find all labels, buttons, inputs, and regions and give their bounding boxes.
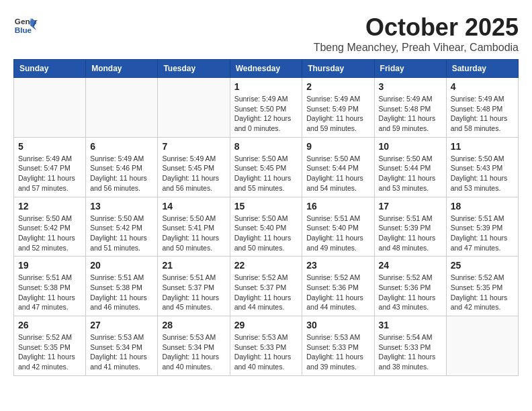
day-number: 6 bbox=[90, 141, 153, 152]
weekday-header-wednesday: Wednesday bbox=[230, 60, 302, 78]
day-number: 1 bbox=[234, 81, 298, 92]
title-section: October 2025 Tbeng Meanchey, Preah Vihea… bbox=[314, 13, 519, 54]
calendar-cell bbox=[158, 78, 230, 138]
calendar-cell: 25Sunrise: 5:52 AM Sunset: 5:35 PM Dayli… bbox=[446, 257, 518, 316]
day-number: 5 bbox=[18, 141, 81, 152]
day-number: 30 bbox=[306, 320, 369, 330]
day-info: Sunrise: 5:54 AM Sunset: 5:33 PM Dayligh… bbox=[379, 332, 442, 372]
day-number: 12 bbox=[18, 201, 81, 212]
calendar-cell: 14Sunrise: 5:50 AM Sunset: 5:41 PM Dayli… bbox=[158, 197, 230, 257]
calendar-cell: 12Sunrise: 5:50 AM Sunset: 5:42 PM Dayli… bbox=[14, 197, 86, 257]
calendar-cell: 21Sunrise: 5:51 AM Sunset: 5:37 PM Dayli… bbox=[158, 257, 230, 316]
day-number: 14 bbox=[162, 201, 225, 212]
calendar-cell: 16Sunrise: 5:51 AM Sunset: 5:40 PM Dayli… bbox=[302, 197, 374, 257]
day-info: Sunrise: 5:50 AM Sunset: 5:45 PM Dayligh… bbox=[234, 154, 298, 193]
calendar-cell: 22Sunrise: 5:52 AM Sunset: 5:37 PM Dayli… bbox=[230, 257, 302, 316]
month-title: October 2025 bbox=[314, 13, 519, 42]
calendar-cell: 18Sunrise: 5:51 AM Sunset: 5:39 PM Dayli… bbox=[446, 197, 518, 257]
day-info: Sunrise: 5:50 AM Sunset: 5:40 PM Dayligh… bbox=[234, 214, 298, 253]
day-number: 26 bbox=[18, 320, 81, 330]
weekday-header-sunday: Sunday bbox=[14, 60, 86, 78]
day-info: Sunrise: 5:52 AM Sunset: 5:35 PM Dayligh… bbox=[451, 273, 514, 312]
calendar-cell: 15Sunrise: 5:50 AM Sunset: 5:40 PM Dayli… bbox=[230, 197, 302, 257]
day-info: Sunrise: 5:49 AM Sunset: 5:49 PM Dayligh… bbox=[306, 94, 369, 134]
svg-text:Blue: Blue bbox=[15, 26, 32, 34]
weekday-header-saturday: Saturday bbox=[446, 60, 518, 78]
day-info: Sunrise: 5:53 AM Sunset: 5:33 PM Dayligh… bbox=[306, 332, 369, 372]
calendar-cell: 24Sunrise: 5:52 AM Sunset: 5:36 PM Dayli… bbox=[374, 257, 446, 316]
day-number: 18 bbox=[451, 201, 514, 212]
day-info: Sunrise: 5:51 AM Sunset: 5:38 PM Dayligh… bbox=[90, 273, 153, 312]
day-number: 2 bbox=[306, 81, 369, 92]
logo-icon: General Blue bbox=[13, 13, 38, 38]
calendar-cell: 7Sunrise: 5:49 AM Sunset: 5:45 PM Daylig… bbox=[158, 137, 230, 197]
calendar-cell bbox=[446, 316, 518, 376]
day-info: Sunrise: 5:49 AM Sunset: 5:48 PM Dayligh… bbox=[451, 94, 514, 134]
calendar-cell bbox=[86, 78, 158, 138]
day-number: 27 bbox=[90, 320, 153, 330]
calendar-cell: 6Sunrise: 5:49 AM Sunset: 5:46 PM Daylig… bbox=[86, 137, 158, 197]
day-number: 28 bbox=[162, 320, 225, 330]
weekday-header-tuesday: Tuesday bbox=[158, 60, 230, 78]
day-number: 10 bbox=[379, 141, 442, 152]
calendar-cell: 26Sunrise: 5:52 AM Sunset: 5:35 PM Dayli… bbox=[14, 316, 86, 376]
calendar-cell: 31Sunrise: 5:54 AM Sunset: 5:33 PM Dayli… bbox=[374, 316, 446, 376]
calendar-cell: 19Sunrise: 5:51 AM Sunset: 5:38 PM Dayli… bbox=[14, 257, 86, 316]
day-info: Sunrise: 5:51 AM Sunset: 5:40 PM Dayligh… bbox=[306, 214, 369, 253]
day-number: 21 bbox=[162, 260, 225, 271]
calendar-cell: 10Sunrise: 5:50 AM Sunset: 5:44 PM Dayli… bbox=[374, 137, 446, 197]
calendar-week-5: 26Sunrise: 5:52 AM Sunset: 5:35 PM Dayli… bbox=[14, 316, 519, 376]
day-info: Sunrise: 5:53 AM Sunset: 5:34 PM Dayligh… bbox=[162, 332, 225, 372]
calendar-table: SundayMondayTuesdayWednesdayThursdayFrid… bbox=[13, 59, 519, 376]
day-info: Sunrise: 5:52 AM Sunset: 5:36 PM Dayligh… bbox=[379, 273, 442, 312]
page-header: General Blue October 2025 Tbeng Meanchey… bbox=[13, 13, 519, 54]
day-info: Sunrise: 5:53 AM Sunset: 5:33 PM Dayligh… bbox=[234, 332, 298, 372]
weekday-header-monday: Monday bbox=[86, 60, 158, 78]
day-number: 19 bbox=[18, 260, 81, 271]
day-number: 9 bbox=[306, 141, 369, 152]
calendar-cell: 20Sunrise: 5:51 AM Sunset: 5:38 PM Dayli… bbox=[86, 257, 158, 316]
day-number: 25 bbox=[451, 260, 514, 271]
calendar-cell bbox=[14, 78, 86, 138]
weekday-header-friday: Friday bbox=[374, 60, 446, 78]
day-number: 8 bbox=[234, 141, 298, 152]
day-info: Sunrise: 5:50 AM Sunset: 5:41 PM Dayligh… bbox=[162, 214, 225, 253]
calendar-cell: 23Sunrise: 5:52 AM Sunset: 5:36 PM Dayli… bbox=[302, 257, 374, 316]
day-info: Sunrise: 5:51 AM Sunset: 5:37 PM Dayligh… bbox=[162, 273, 225, 312]
calendar-cell: 8Sunrise: 5:50 AM Sunset: 5:45 PM Daylig… bbox=[230, 137, 302, 197]
day-number: 15 bbox=[234, 201, 298, 212]
location-subtitle: Tbeng Meanchey, Preah Vihear, Cambodia bbox=[314, 42, 519, 54]
calendar-cell: 28Sunrise: 5:53 AM Sunset: 5:34 PM Dayli… bbox=[158, 316, 230, 376]
calendar-cell: 5Sunrise: 5:49 AM Sunset: 5:47 PM Daylig… bbox=[14, 137, 86, 197]
day-number: 16 bbox=[306, 201, 369, 212]
day-info: Sunrise: 5:50 AM Sunset: 5:44 PM Dayligh… bbox=[379, 154, 442, 193]
day-info: Sunrise: 5:51 AM Sunset: 5:39 PM Dayligh… bbox=[451, 214, 514, 253]
day-info: Sunrise: 5:51 AM Sunset: 5:39 PM Dayligh… bbox=[379, 214, 442, 253]
day-info: Sunrise: 5:50 AM Sunset: 5:44 PM Dayligh… bbox=[306, 154, 369, 193]
calendar-cell: 1Sunrise: 5:49 AM Sunset: 5:50 PM Daylig… bbox=[230, 78, 302, 138]
day-info: Sunrise: 5:52 AM Sunset: 5:35 PM Dayligh… bbox=[18, 332, 81, 372]
day-info: Sunrise: 5:50 AM Sunset: 5:42 PM Dayligh… bbox=[18, 214, 81, 253]
day-number: 31 bbox=[379, 320, 442, 330]
day-info: Sunrise: 5:49 AM Sunset: 5:45 PM Dayligh… bbox=[162, 154, 225, 193]
calendar-cell: 13Sunrise: 5:50 AM Sunset: 5:42 PM Dayli… bbox=[86, 197, 158, 257]
day-number: 22 bbox=[234, 260, 298, 271]
day-info: Sunrise: 5:52 AM Sunset: 5:37 PM Dayligh… bbox=[234, 273, 298, 312]
day-number: 17 bbox=[379, 201, 442, 212]
calendar-cell: 11Sunrise: 5:50 AM Sunset: 5:43 PM Dayli… bbox=[446, 137, 518, 197]
day-number: 24 bbox=[379, 260, 442, 271]
day-info: Sunrise: 5:49 AM Sunset: 5:47 PM Dayligh… bbox=[18, 154, 81, 193]
calendar-week-3: 12Sunrise: 5:50 AM Sunset: 5:42 PM Dayli… bbox=[14, 197, 519, 257]
day-info: Sunrise: 5:49 AM Sunset: 5:48 PM Dayligh… bbox=[379, 94, 442, 134]
calendar-week-4: 19Sunrise: 5:51 AM Sunset: 5:38 PM Dayli… bbox=[14, 257, 519, 316]
day-number: 3 bbox=[379, 81, 442, 92]
weekday-header-row: SundayMondayTuesdayWednesdayThursdayFrid… bbox=[14, 60, 519, 78]
day-info: Sunrise: 5:49 AM Sunset: 5:46 PM Dayligh… bbox=[90, 154, 153, 193]
weekday-header-thursday: Thursday bbox=[302, 60, 374, 78]
logo: General Blue bbox=[13, 13, 38, 38]
day-number: 20 bbox=[90, 260, 153, 271]
day-number: 4 bbox=[451, 81, 514, 92]
calendar-cell: 29Sunrise: 5:53 AM Sunset: 5:33 PM Dayli… bbox=[230, 316, 302, 376]
day-info: Sunrise: 5:52 AM Sunset: 5:36 PM Dayligh… bbox=[306, 273, 369, 312]
calendar-cell: 4Sunrise: 5:49 AM Sunset: 5:48 PM Daylig… bbox=[446, 78, 518, 138]
